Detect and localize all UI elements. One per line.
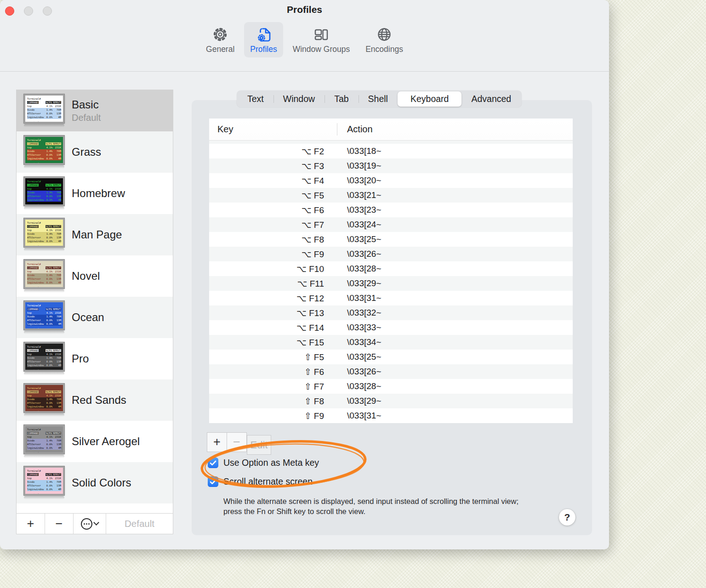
checkbox-label[interactable]: Scroll alternate screen bbox=[223, 476, 313, 487]
desktop: { "window": { "title": "Profiles" }, "to… bbox=[0, 0, 706, 588]
set-default-button[interactable]: Default bbox=[106, 514, 173, 534]
table-row[interactable]: ⌥ F11 \033[29~ bbox=[209, 276, 573, 291]
checkbox-checked-icon[interactable] bbox=[208, 458, 218, 468]
window-title: Profiles bbox=[0, 4, 609, 15]
tab-label: Keyboard bbox=[410, 94, 449, 104]
table-row[interactable]: ⌥ F14 \033[33~ bbox=[209, 320, 573, 335]
key-cell: ⌥ F14 bbox=[209, 322, 324, 333]
profile-name: Red Sands bbox=[72, 394, 126, 407]
window-groups-icon bbox=[313, 26, 330, 43]
table-row[interactable]: ⇧ F7 \033[28~ bbox=[209, 379, 573, 394]
table-row[interactable]: ⇧ F8 \033[29~ bbox=[209, 394, 573, 408]
profile-list-item[interactable]: Terminal# COMMAND %CPU RPRVT top 4.1% 23… bbox=[17, 338, 173, 379]
toolbar-item-label: Profiles bbox=[250, 45, 277, 54]
action-cell: \033[31~ bbox=[347, 293, 381, 303]
profile-thumbnail: Terminal# COMMAND %CPU RPRVT top 4.1% 23… bbox=[24, 260, 64, 288]
action-cell: \033[23~ bbox=[347, 205, 381, 215]
key-cell: ⌥ F8 bbox=[209, 234, 324, 245]
tab[interactable]: Keyboard bbox=[398, 91, 461, 107]
checkbox-label[interactable]: Use Option as Meta key bbox=[223, 458, 319, 468]
tab[interactable]: Tab bbox=[325, 91, 358, 107]
key-cell: ⇧ F9 bbox=[209, 411, 324, 421]
table-row[interactable]: ⇧ F6 \033[26~ bbox=[209, 364, 573, 379]
profile-thumbnail: Terminal# COMMAND %CPU RPRVT top 4.1% 23… bbox=[24, 466, 64, 495]
table-row[interactable]: ⌥ F4 \033[20~ bbox=[209, 173, 573, 188]
preferences-toolbar: General Profiles bbox=[0, 22, 609, 57]
remove-profile-button[interactable]: − bbox=[45, 514, 74, 534]
edit-mapping-button[interactable]: Edit bbox=[247, 435, 271, 455]
table-row[interactable]: ⌥ F2 \033[18~ bbox=[209, 144, 573, 158]
profile-list-item[interactable]: Terminal# COMMAND %CPU RPRVT top 4.1% 23… bbox=[17, 214, 173, 255]
thumbnail-reflection bbox=[24, 289, 64, 293]
toolbar-item-general[interactable]: General bbox=[200, 22, 240, 57]
toolbar-item-encodings[interactable]: Encodings bbox=[359, 22, 409, 57]
profile-list-item[interactable]: Terminal# COMMAND %CPU RPRVT top 4.1% 23… bbox=[17, 255, 173, 297]
preferences-window: Profiles General bbox=[0, 0, 609, 549]
column-divider[interactable] bbox=[337, 123, 337, 136]
table-row[interactable]: ⌥ F6 \033[23~ bbox=[209, 203, 573, 217]
profile-list-item[interactable]: Terminal# COMMAND %CPU RPRVT top 4.1% 23… bbox=[17, 297, 173, 338]
profile-name: Solid Colors bbox=[72, 476, 131, 489]
globe-icon bbox=[376, 26, 393, 43]
key-cell: ⇧ F7 bbox=[209, 381, 324, 392]
sidebar-toolbar: + − Default bbox=[17, 513, 173, 534]
action-cell: \033[18~ bbox=[347, 146, 381, 156]
tab[interactable]: Shell bbox=[359, 91, 398, 107]
tab-label: Text bbox=[247, 94, 264, 104]
profile-list-item[interactable]: Terminal# COMMAND %CPU RPRVT top 4.1% 23… bbox=[17, 421, 173, 462]
table-row[interactable]: ⌥ F8 \033[25~ bbox=[209, 232, 573, 247]
profile-thumbnail: Terminal# COMMAND %CPU RPRVT top 4.1% 23… bbox=[24, 425, 64, 454]
table-row[interactable]: ⌥ F7 \033[24~ bbox=[209, 217, 573, 232]
table-row[interactable]: ⌥ F10 \033[28~ bbox=[209, 261, 573, 276]
mapping-controls: + − bbox=[207, 432, 247, 452]
profile-tabs: Text Window Tab Shell Keyboard Advanced bbox=[237, 90, 522, 107]
thumbnail-reflection bbox=[24, 496, 64, 499]
table-row[interactable]: ⌥ F3 \033[19~ bbox=[209, 158, 573, 173]
checkbox-checked-icon[interactable] bbox=[208, 476, 218, 487]
key-cell: ⌥ F7 bbox=[209, 220, 324, 230]
tab[interactable]: Advanced bbox=[461, 91, 521, 107]
profile-list-item[interactable]: Terminal# COMMAND %CPU RPRVT top 4.1% 23… bbox=[17, 462, 173, 503]
toolbar-item-profiles[interactable]: Profiles bbox=[244, 22, 283, 57]
toolbar-item-window-groups[interactable]: Window Groups bbox=[287, 22, 356, 57]
action-cell: \033[25~ bbox=[347, 352, 381, 362]
key-cell: ⇧ F5 bbox=[209, 352, 324, 362]
table-row[interactable]: ⌥ F13 \033[32~ bbox=[209, 305, 573, 320]
help-button[interactable]: ? bbox=[559, 509, 575, 526]
table-row[interactable]: ⇧ F5 \033[25~ bbox=[209, 350, 573, 364]
tab[interactable]: Text bbox=[238, 91, 273, 107]
key-column-header[interactable]: Key bbox=[209, 124, 233, 135]
key-cell: ⌥ F13 bbox=[209, 308, 324, 318]
key-cell: ⇧ F8 bbox=[209, 396, 324, 407]
profile-default-badge: Default bbox=[72, 113, 101, 123]
profile-actions-menu-button[interactable] bbox=[74, 514, 106, 534]
table-row[interactable]: ⌥ F12 \033[31~ bbox=[209, 291, 573, 305]
profile-list-item[interactable]: Terminal# COMMAND %CPU RPRVT top 4.1% 23… bbox=[17, 173, 173, 214]
thumbnail-reflection bbox=[24, 124, 64, 127]
action-cell: \033[33~ bbox=[347, 322, 381, 333]
profile-name: Basic bbox=[72, 98, 101, 111]
toolbar-item-label: Window Groups bbox=[293, 45, 350, 54]
tab[interactable]: Window bbox=[273, 91, 325, 107]
profile-list-item[interactable]: Terminal# COMMAND %CPU RPRVT top 4.1% 23… bbox=[17, 90, 173, 131]
key-cell: ⌥ F6 bbox=[209, 205, 324, 215]
scroll-alternate-screen-help-text: While the alternate screen is displayed,… bbox=[223, 497, 530, 516]
add-mapping-button[interactable]: + bbox=[207, 432, 227, 452]
key-cell: ⌥ F9 bbox=[209, 249, 324, 260]
profile-list-item[interactable]: Terminal# COMMAND %CPU RPRVT top 4.1% 23… bbox=[17, 379, 173, 421]
table-row[interactable]: ⇧ F9 \033[31~ bbox=[209, 408, 573, 423]
profile-name: Homebrew bbox=[72, 187, 125, 200]
add-profile-button[interactable]: + bbox=[17, 514, 45, 534]
table-row[interactable]: ⌥ F9 \033[26~ bbox=[209, 247, 573, 261]
action-column-header[interactable]: Action bbox=[347, 124, 373, 135]
profile-list-item[interactable]: Terminal# COMMAND %CPU RPRVT top 4.1% 23… bbox=[17, 131, 173, 173]
action-cell: \033[28~ bbox=[347, 264, 381, 274]
ellipsis-circle-icon bbox=[81, 518, 92, 530]
action-cell: \033[24~ bbox=[347, 220, 381, 230]
remove-mapping-button[interactable]: − bbox=[227, 432, 247, 452]
action-cell: \033[29~ bbox=[347, 278, 381, 288]
table-row[interactable]: ⌥ F15 \033[34~ bbox=[209, 335, 573, 350]
action-cell: \033[28~ bbox=[347, 381, 381, 391]
action-cell: \033[21~ bbox=[347, 190, 381, 200]
table-row[interactable]: ⌥ F5 \033[21~ bbox=[209, 188, 573, 203]
